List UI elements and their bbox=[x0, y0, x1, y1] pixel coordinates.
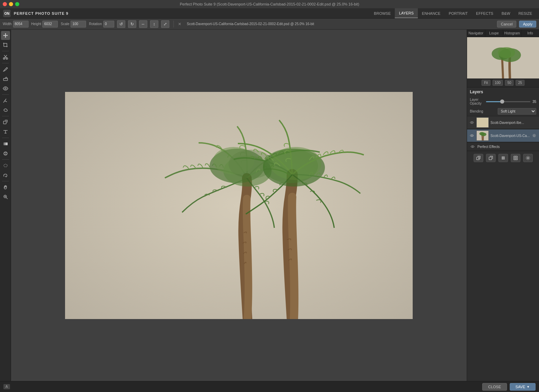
svg-rect-9 bbox=[3, 142, 8, 145]
toolbar-width-group: Width bbox=[3, 21, 29, 28]
tool-hand[interactable] bbox=[1, 183, 10, 192]
traffic-lights bbox=[3, 2, 19, 6]
tab-layers[interactable]: LAYERS bbox=[395, 8, 418, 18]
merge-layer-button[interactable] bbox=[498, 154, 508, 162]
fullscreen-button[interactable] bbox=[15, 2, 19, 6]
layer-options-button[interactable] bbox=[523, 154, 533, 162]
close-button[interactable]: CLOSE bbox=[482, 383, 507, 391]
save-button[interactable]: SAVE ▼ bbox=[510, 383, 536, 391]
tool-move[interactable] bbox=[1, 31, 10, 40]
svg-point-35 bbox=[480, 133, 486, 136]
tool-zoom[interactable] bbox=[1, 192, 10, 201]
cancel-button[interactable]: Cancel bbox=[497, 21, 516, 28]
tool-brush[interactable] bbox=[1, 65, 10, 74]
layers-section-title: Layers bbox=[467, 87, 539, 96]
zoom-100-button[interactable]: 100 bbox=[493, 80, 503, 86]
tool-divider-2 bbox=[2, 63, 9, 63]
close-button[interactable] bbox=[3, 2, 7, 6]
tab-effects[interactable]: EFFECTS bbox=[472, 8, 497, 18]
window-title: Perfect Photo Suite 9 (Scott-Davenport-U… bbox=[180, 2, 359, 6]
svg-rect-8 bbox=[3, 121, 6, 124]
mask-layer-button[interactable] bbox=[511, 154, 520, 162]
tool-divider-5 bbox=[2, 138, 9, 138]
tab-resize[interactable]: RESIZE bbox=[514, 8, 536, 18]
app-name: PERFECT PHOTO SUITE 9 bbox=[14, 11, 68, 15]
layer-eye-1[interactable] bbox=[469, 120, 475, 125]
tab-browse[interactable]: BROWSE bbox=[370, 8, 395, 18]
nav-tabs: BROWSE LAYERS ENHANCE PORTRAIT EFFECTS B… bbox=[370, 8, 536, 18]
svg-rect-16 bbox=[65, 92, 413, 319]
svg-rect-41 bbox=[489, 157, 492, 160]
height-label: Height bbox=[31, 22, 41, 26]
zoom-fit-button[interactable]: Fit bbox=[482, 80, 490, 86]
layer-eye-2[interactable] bbox=[469, 133, 475, 138]
tool-divider-4 bbox=[2, 116, 9, 116]
fit-button[interactable]: ⤢ bbox=[161, 20, 169, 28]
flip-v-button[interactable]: ↕ bbox=[150, 20, 158, 28]
panel-tab-histogram[interactable]: Histogram bbox=[503, 30, 521, 37]
layer-opacity-row: Layer Opacity 35 bbox=[467, 96, 539, 107]
rotation-label: Rotation bbox=[89, 22, 102, 26]
panel-tab-loupe[interactable]: Loupe bbox=[485, 30, 504, 37]
svg-point-37 bbox=[472, 146, 473, 147]
svg-point-10 bbox=[4, 152, 7, 155]
zoom-25-button[interactable]: 25 bbox=[516, 80, 524, 86]
apply-button[interactable]: Apply bbox=[519, 21, 536, 28]
panel-tab-navigator[interactable]: Navigator bbox=[467, 30, 485, 37]
new-layer-button[interactable] bbox=[474, 154, 483, 162]
height-input[interactable] bbox=[42, 21, 58, 28]
duplicate-layer-button[interactable] bbox=[486, 154, 496, 162]
canvas-svg bbox=[65, 92, 413, 319]
svg-point-36 bbox=[533, 135, 535, 137]
layer-name-2: Scott-Davenport-US-Ca... bbox=[490, 134, 530, 138]
panel-tab-info[interactable]: Info bbox=[521, 30, 539, 37]
tab-portrait[interactable]: PORTRAIT bbox=[445, 8, 472, 18]
tool-adjust[interactable] bbox=[1, 96, 10, 105]
opacity-slider[interactable] bbox=[486, 101, 530, 102]
tool-divider-7 bbox=[2, 181, 9, 181]
nav-zoom-controls: Fit 100 50 25 bbox=[467, 78, 539, 87]
save-chevron-icon: ▼ bbox=[527, 385, 530, 389]
tool-filter[interactable] bbox=[1, 149, 10, 158]
tool-text[interactable] bbox=[1, 127, 10, 136]
tool-gradient[interactable] bbox=[1, 139, 10, 148]
layer-opacity-value: 35 bbox=[532, 100, 536, 104]
tool-divider-6 bbox=[2, 159, 9, 160]
layer-settings-button[interactable] bbox=[531, 133, 537, 138]
layer-item-1[interactable]: Scott-Davenport-Ibe... bbox=[467, 116, 539, 129]
svg-point-45 bbox=[527, 157, 528, 159]
bottom-bar: A CLOSE SAVE ▼ bbox=[0, 381, 539, 392]
canvas-area[interactable] bbox=[11, 30, 467, 381]
tab-enhance[interactable]: ENHANCE bbox=[418, 8, 445, 18]
tool-eye[interactable] bbox=[1, 84, 10, 93]
layer-item-2[interactable]: Scott-Davenport-US-Ca... bbox=[467, 129, 539, 142]
tool-crop[interactable] bbox=[1, 41, 10, 50]
tool-selection[interactable] bbox=[1, 161, 10, 170]
tool-heal[interactable] bbox=[1, 106, 10, 115]
layer-opacity-label: Layer Opacity bbox=[470, 98, 484, 105]
perfect-effects-eye[interactable] bbox=[470, 144, 475, 149]
panel-tabs: Navigator Loupe Histogram Info bbox=[467, 30, 539, 37]
nav-bar: ON PERFECT PHOTO SUITE 9 BROWSE LAYERS E… bbox=[0, 8, 539, 19]
rotation-input[interactable] bbox=[103, 21, 114, 28]
rotate-ccw-button[interactable]: ↺ bbox=[117, 20, 125, 28]
width-input[interactable] bbox=[13, 21, 29, 28]
svg-text:ON: ON bbox=[4, 12, 10, 15]
toolbar-divider bbox=[173, 21, 174, 28]
tool-cut[interactable] bbox=[1, 53, 10, 62]
canvas-image bbox=[65, 92, 413, 319]
minimize-button[interactable] bbox=[9, 2, 13, 6]
tool-lasso[interactable] bbox=[1, 171, 10, 180]
svg-point-44 bbox=[515, 157, 516, 159]
tool-eraser[interactable] bbox=[1, 74, 10, 83]
bottom-badge: A bbox=[3, 384, 10, 389]
scale-input[interactable] bbox=[71, 21, 86, 28]
flip-h-button[interactable]: ↔ bbox=[139, 20, 147, 28]
blending-select[interactable]: Soft Light Normal Multiply Screen Overla… bbox=[498, 108, 536, 115]
tab-bw[interactable]: B&W bbox=[497, 8, 514, 18]
file-label: Scott-Davenport-US-California-Carlsbad-2… bbox=[187, 22, 314, 26]
tool-clone[interactable] bbox=[1, 118, 10, 127]
zoom-50-button[interactable]: 50 bbox=[505, 80, 514, 86]
rotate-cw-button[interactable]: ↻ bbox=[128, 20, 136, 28]
width-label: Width bbox=[3, 22, 12, 26]
